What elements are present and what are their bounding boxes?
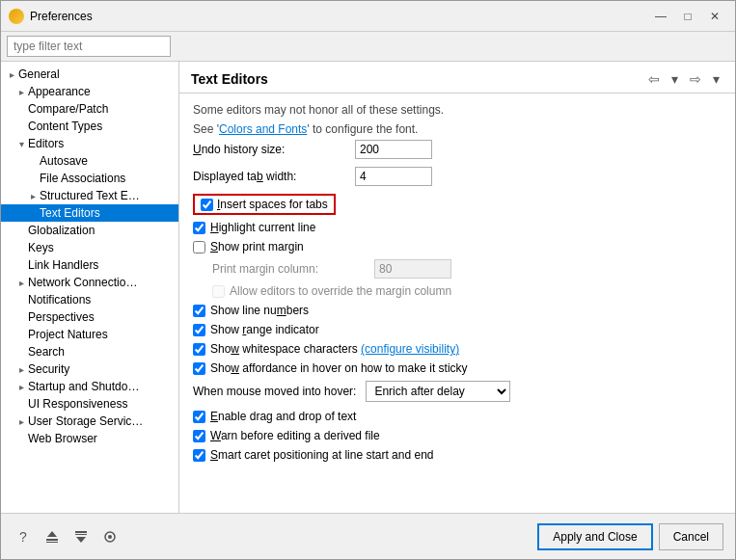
drag-drop-checkbox[interactable] [193, 411, 205, 423]
colors-fonts-suffix: ' to configure the font. [307, 122, 418, 136]
footer-right: Apply and Close Cancel [537, 523, 723, 550]
insert-spaces-checkbox[interactable] [201, 199, 213, 211]
sidebar-item-keys[interactable]: Keys [1, 239, 178, 256]
sidebar-label-compare-patch: Compare/Patch [28, 102, 108, 116]
highlight-line-checkbox[interactable] [193, 222, 205, 234]
tree-arrow-security: ▸ [14, 364, 28, 375]
tab-width-label: Displayed tab width: [193, 170, 347, 183]
svg-rect-4 [75, 534, 87, 535]
sidebar-item-user-storage[interactable]: ▸User Storage Servic… [1, 413, 178, 430]
hover-row: When mouse moved into hover: Enrich afte… [193, 381, 722, 402]
warn-derived-label: Warn before editing a derived file [210, 429, 380, 442]
show-affordance-checkbox[interactable] [193, 362, 205, 375]
show-whitespace-row: Show whitespace characters (configure vi… [193, 342, 722, 356]
sidebar-item-editors[interactable]: ▾Editors [1, 135, 178, 152]
sidebar-item-content-types[interactable]: Content Types [1, 118, 178, 135]
sidebar-item-file-associations[interactable]: File Associations [1, 170, 178, 187]
sidebar: ▸General▸AppearanceCompare/PatchContent … [1, 62, 179, 513]
warn-derived-checkbox[interactable] [193, 430, 205, 442]
show-range-label: Show range indicator [210, 323, 319, 336]
show-affordance-row: Show affordance in hover on how to make … [193, 361, 722, 375]
colors-fonts-prefix: See ' [193, 122, 219, 136]
show-line-numbers-label: Show line numbers [210, 304, 309, 317]
hover-select[interactable]: Enrich after delay Enrich immediately Ne… [366, 381, 510, 402]
help-button[interactable]: ? [13, 526, 34, 547]
tree-arrow-structured-text: ▸ [26, 191, 40, 201]
sidebar-label-content-types: Content Types [28, 120, 102, 133]
sidebar-item-network-connections[interactable]: ▸Network Connectio… [1, 274, 178, 291]
sidebar-label-search: Search [28, 345, 65, 359]
maximize-button[interactable]: □ [675, 7, 700, 26]
sidebar-item-link-handlers[interactable]: Link Handlers [1, 256, 178, 274]
sidebar-item-autosave[interactable]: Autosave [1, 152, 178, 170]
sidebar-item-compare-patch[interactable]: Compare/Patch [1, 100, 178, 118]
nav-forward-dropdown-button[interactable]: ▾ [709, 69, 723, 89]
sidebar-label-startup-shutdown: Startup and Shutdo… [28, 380, 139, 393]
svg-rect-3 [75, 531, 87, 533]
import-button[interactable] [70, 526, 92, 547]
sidebar-label-link-handlers: Link Handlers [28, 258, 98, 272]
colors-fonts-note: See 'Colors and Fonts' to configure the … [193, 122, 722, 136]
toolbar [1, 32, 735, 62]
show-range-checkbox[interactable] [193, 324, 205, 336]
warn-derived-row: Warn before editing a derived file [193, 429, 722, 442]
show-whitespace-label: Show whitespace characters (configure vi… [210, 342, 459, 356]
sidebar-item-project-natures[interactable]: Project Natures [1, 326, 178, 343]
nav-forward-button[interactable]: ⇨ [686, 69, 705, 89]
allow-override-row: Allow editors to override the margin col… [212, 284, 722, 298]
panel-title: Text Editors [191, 71, 268, 87]
minimize-button[interactable]: — [648, 7, 673, 26]
restore-button[interactable] [99, 526, 121, 547]
close-button[interactable]: ✕ [702, 7, 727, 26]
svg-marker-2 [47, 531, 57, 537]
configure-visibility-link[interactable]: (configure visibility) [361, 342, 459, 356]
apply-close-button[interactable]: Apply and Close [537, 523, 652, 550]
sidebar-label-structured-text: Structured Text E… [40, 189, 140, 202]
sidebar-item-notifications[interactable]: Notifications [1, 291, 178, 308]
sidebar-item-ui-responsiveness[interactable]: UI Responsiveness [1, 395, 178, 413]
drag-drop-label: Enable drag and drop of text [210, 410, 356, 423]
svg-point-7 [108, 535, 112, 539]
smart-caret-checkbox[interactable] [193, 449, 205, 462]
sidebar-item-perspectives[interactable]: Perspectives [1, 308, 178, 326]
sidebar-item-text-editors[interactable]: Text Editors [1, 204, 178, 222]
sidebar-item-startup-shutdown[interactable]: ▸Startup and Shutdo… [1, 378, 178, 395]
window-title: Preferences [30, 10, 642, 23]
tab-width-row: Displayed tab width: [193, 167, 722, 186]
sidebar-label-web-browser: Web Browser [28, 432, 97, 445]
tab-width-input[interactable] [355, 167, 432, 186]
print-margin-checkbox[interactable] [193, 241, 205, 253]
insert-spaces-row: Insert spaces for tabs [193, 194, 336, 215]
footer-left: ? [13, 526, 121, 547]
note-text: Some editors may not honor all of these … [193, 103, 722, 117]
export-button[interactable] [41, 526, 63, 547]
colors-fonts-link[interactable]: Colors and Fonts [219, 122, 307, 136]
nav-dropdown-button[interactable]: ▾ [668, 69, 682, 89]
tree-arrow-network-connections: ▸ [14, 278, 28, 288]
svg-marker-5 [76, 537, 86, 543]
sidebar-item-web-browser[interactable]: Web Browser [1, 430, 178, 447]
show-whitespace-checkbox[interactable] [193, 343, 205, 356]
sidebar-label-user-storage: User Storage Servic… [28, 414, 143, 428]
sidebar-item-general[interactable]: ▸General [1, 66, 178, 83]
sidebar-label-project-natures: Project Natures [28, 328, 108, 341]
sidebar-item-structured-text[interactable]: ▸Structured Text E… [1, 187, 178, 204]
sidebar-item-search[interactable]: Search [1, 343, 178, 360]
sidebar-label-perspectives: Perspectives [28, 310, 95, 324]
sidebar-item-security[interactable]: ▸Security [1, 360, 178, 378]
sidebar-label-globalization: Globalization [28, 224, 95, 237]
nav-back-button[interactable]: ⇦ [644, 69, 664, 89]
smart-caret-row: Smart caret positioning at line start an… [193, 448, 722, 462]
main-content: ▸General▸AppearanceCompare/PatchContent … [1, 62, 735, 513]
sidebar-item-appearance[interactable]: ▸Appearance [1, 83, 178, 100]
title-bar: Preferences — □ ✕ [1, 1, 735, 32]
show-line-numbers-checkbox[interactable] [193, 305, 205, 317]
filter-input[interactable] [7, 36, 171, 57]
insert-spaces-label: Insert spaces for tabs [217, 198, 328, 211]
cancel-button[interactable]: Cancel [659, 523, 723, 550]
highlight-line-row: Highlight current line [193, 221, 722, 234]
sidebar-label-appearance: Appearance [28, 85, 91, 98]
sidebar-item-globalization[interactable]: Globalization [1, 222, 178, 239]
drag-drop-row: Enable drag and drop of text [193, 410, 722, 423]
undo-input[interactable] [355, 140, 432, 159]
